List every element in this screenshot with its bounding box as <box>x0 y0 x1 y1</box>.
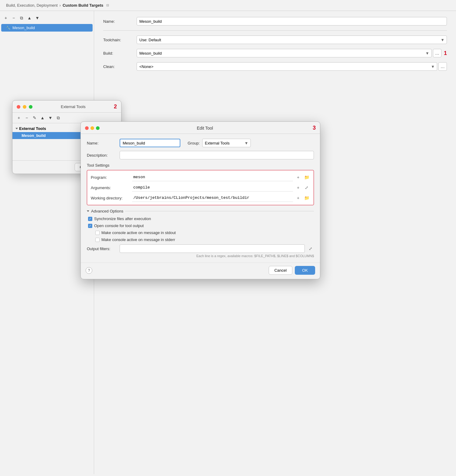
working-dir-row: Working directory: + 📁 <box>91 194 310 202</box>
tl-green[interactable] <box>29 105 32 109</box>
breadcrumb-bar: Build, Execution, Deployment › Custom Bu… <box>0 0 456 11</box>
stderr-checkbox-row: Make console active on message in stderr <box>87 237 314 242</box>
build-row: Build: Meson_build ▼ … 1 <box>103 49 447 57</box>
sidebar-remove-button[interactable]: − <box>10 15 17 21</box>
stderr-label: Make console active on message in stderr <box>101 237 175 242</box>
working-dir-browse-btn[interactable]: 📁 <box>303 195 310 201</box>
dialog-ok-button[interactable]: OK <box>295 266 315 275</box>
build-label: Build: <box>103 51 137 56</box>
dialog-tl-group <box>85 126 100 130</box>
dialog-desc-row: Description: <box>87 151 314 159</box>
open-console-label: Open console for tool output <box>94 223 144 228</box>
dialog-cancel-button[interactable]: Cancel <box>269 266 292 275</box>
build-ellipsis-button[interactable]: … <box>433 49 441 57</box>
sidebar-copy-button[interactable]: ⧉ <box>18 15 25 21</box>
arguments-input[interactable] <box>132 184 293 192</box>
tool-settings-title: Tool Settings <box>87 163 314 168</box>
ext-edit-button[interactable]: ✎ <box>31 114 38 121</box>
working-dir-label: Working directory: <box>91 196 130 200</box>
ext-tools-titlebar: External Tools 2 <box>12 100 121 113</box>
output-filters-label: Output filters: <box>87 246 117 251</box>
regex-hint: Each line is a regex, available macros: … <box>87 254 314 258</box>
ext-item-label: Meson_build <box>22 133 46 138</box>
breadcrumb-icon: ⊟ <box>106 3 109 7</box>
program-row: Program: + 📁 <box>91 173 310 181</box>
program-label: Program: <box>91 175 130 180</box>
sync-checkbox[interactable] <box>88 217 92 221</box>
help-button[interactable]: ? <box>86 267 92 274</box>
form-divider-1 <box>103 30 447 31</box>
arguments-row: Arguments: + ⤢ <box>91 184 310 192</box>
name-row: Name: <box>103 17 447 25</box>
dialog-tl-green[interactable] <box>96 126 100 130</box>
clean-select[interactable]: <None> <box>137 62 437 71</box>
clean-select-wrapper: <None> ▼ <box>137 62 437 71</box>
toolchain-select-wrapper: Use: Default ▼ <box>137 36 447 44</box>
build-select[interactable]: Meson_build <box>137 49 432 57</box>
output-filters-input[interactable] <box>120 244 305 253</box>
clean-row: Clean: <None> ▼ … <box>103 62 447 71</box>
sidebar-up-button[interactable]: ▲ <box>26 15 33 21</box>
sidebar-down-button[interactable]: ▼ <box>34 15 41 21</box>
advanced-title: Advanced Options <box>91 209 123 213</box>
program-browse-btn[interactable]: 📁 <box>303 174 310 181</box>
dialog-group-label: Group: <box>188 141 200 145</box>
step-2-badge: 2 <box>114 104 117 110</box>
dialog-tl-yellow[interactable] <box>90 126 94 130</box>
advanced-divider <box>125 211 314 211</box>
stderr-checkbox[interactable] <box>95 238 100 242</box>
sidebar-item-meson-build[interactable]: 🔧 Meson_build <box>1 24 93 32</box>
clean-row-inner: <None> ▼ … <box>137 62 447 71</box>
tool-settings-box: Program: + 📁 Arguments: + ⤢ Working dire… <box>87 170 314 205</box>
tl-yellow[interactable] <box>23 105 26 109</box>
toolchain-label: Toolchain: <box>103 38 137 42</box>
dialog-desc-label: Description: <box>87 153 117 158</box>
dialog-tl-red[interactable] <box>85 126 89 130</box>
sidebar-add-button[interactable]: + <box>2 15 9 21</box>
ext-up-button[interactable]: ▲ <box>39 114 46 121</box>
arguments-add-macro-btn[interactable]: + <box>295 184 301 191</box>
ext-add-button[interactable]: + <box>15 114 22 121</box>
tl-red[interactable] <box>17 105 20 109</box>
sync-label: Synchronize files after execution <box>94 216 151 221</box>
breadcrumb-part1: Build, Execution, Deployment <box>6 3 58 8</box>
dialog-group-select[interactable]: External Tools <box>202 139 251 147</box>
working-dir-add-macro-btn[interactable]: + <box>295 195 301 201</box>
ext-group-label: External Tools <box>19 126 46 131</box>
program-input[interactable] <box>132 173 293 181</box>
ext-remove-button[interactable]: − <box>23 114 30 121</box>
dialog-body: Name: Group: External Tools ▼ Descriptio… <box>81 134 320 263</box>
toolchain-select[interactable]: Use: Default <box>137 36 447 44</box>
open-console-checkbox[interactable] <box>88 224 92 228</box>
program-add-macro-btn[interactable]: + <box>295 174 301 181</box>
sync-checkbox-row: Synchronize files after execution <box>87 216 314 221</box>
stdout-checkbox-row: Make console active on message in stdout <box>87 230 314 235</box>
breadcrumb-arrow: › <box>60 3 61 8</box>
item-tool-icon: 🔧 <box>6 26 11 30</box>
name-label: Name: <box>103 19 137 24</box>
group-expand-icon <box>15 128 18 129</box>
dialog-name-row: Name: Group: External Tools ▼ <box>87 139 314 147</box>
name-input[interactable] <box>137 17 447 25</box>
dialog-group-select-wrapper: External Tools ▼ <box>202 139 251 147</box>
advanced-collapse-icon[interactable] <box>87 210 89 212</box>
ext-down-button[interactable]: ▼ <box>47 114 54 121</box>
output-filters-row: Output filters: ⤢ <box>87 244 314 253</box>
clean-ellipsis-button[interactable]: … <box>438 62 447 71</box>
stdout-checkbox[interactable] <box>95 231 100 235</box>
open-console-checkbox-row: Open console for tool output <box>87 223 314 228</box>
dialog-name-label: Name: <box>87 141 117 145</box>
step-3-badge: 3 <box>313 125 316 131</box>
dialog-desc-input[interactable] <box>120 151 314 159</box>
dialog-name-input[interactable] <box>120 139 180 147</box>
arguments-expand-btn[interactable]: ⤢ <box>303 184 310 191</box>
sidebar: + − ⧉ ▲ ▼ 🔧 Meson_build <box>0 11 94 474</box>
ext-tools-title: External Tools <box>35 104 111 109</box>
working-dir-input[interactable] <box>132 194 293 202</box>
arguments-label: Arguments: <box>91 185 130 190</box>
advanced-section: Advanced Options Synchronize files after… <box>87 209 314 258</box>
dialog-titlebar: Edit Tool 3 <box>81 122 320 134</box>
sidebar-toolbar: + − ⧉ ▲ ▼ <box>0 13 94 24</box>
output-filters-expand-btn[interactable]: ⤢ <box>307 245 314 252</box>
ext-copy-button[interactable]: ⧉ <box>55 114 62 121</box>
